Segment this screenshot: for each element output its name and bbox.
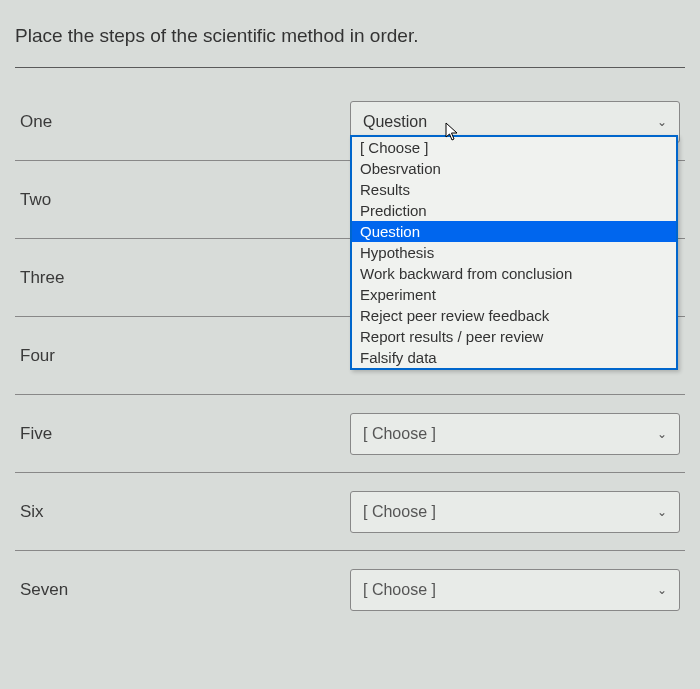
select-seven[interactable]: [ Choose ] ⌄ <box>350 569 680 611</box>
select-seven-value: [ Choose ] <box>363 581 436 599</box>
dropdown-option-choose[interactable]: [ Choose ] <box>352 137 676 158</box>
select-five[interactable]: [ Choose ] ⌄ <box>350 413 680 455</box>
chevron-down-icon: ⌄ <box>657 115 667 129</box>
dropdown-option-work-backward[interactable]: Work backward from conclusion <box>352 263 676 284</box>
row-six: Six [ Choose ] ⌄ <box>15 473 685 551</box>
question-prompt: Place the steps of the scientific method… <box>15 25 685 68</box>
dropdown-option-results[interactable]: Results <box>352 179 676 200</box>
dropdown-list[interactable]: [ Choose ] Obesrvation Results Predictio… <box>350 135 678 370</box>
row-label-four: Four <box>15 346 350 366</box>
row-label-six: Six <box>15 502 350 522</box>
dropdown-option-hypothesis[interactable]: Hypothesis <box>352 242 676 263</box>
row-label-three: Three <box>15 268 350 288</box>
row-seven: Seven [ Choose ] ⌄ <box>15 551 685 629</box>
row-label-two: Two <box>15 190 350 210</box>
row-label-seven: Seven <box>15 580 350 600</box>
chevron-down-icon: ⌄ <box>657 583 667 597</box>
row-five: Five [ Choose ] ⌄ <box>15 395 685 473</box>
select-five-value: [ Choose ] <box>363 425 436 443</box>
dropdown-option-experiment[interactable]: Experiment <box>352 284 676 305</box>
chevron-down-icon: ⌄ <box>657 505 667 519</box>
dropdown-option-report-results[interactable]: Report results / peer review <box>352 326 676 347</box>
dropdown-option-prediction[interactable]: Prediction <box>352 200 676 221</box>
row-one: One Question ⌄ [ Choose ] Obesrvation Re… <box>15 83 685 161</box>
row-label-five: Five <box>15 424 350 444</box>
dropdown-option-reject-feedback[interactable]: Reject peer review feedback <box>352 305 676 326</box>
row-label-one: One <box>15 112 350 132</box>
dropdown-option-question[interactable]: Question <box>352 221 676 242</box>
select-one-value: Question <box>363 113 427 131</box>
chevron-down-icon: ⌄ <box>657 427 667 441</box>
select-six[interactable]: [ Choose ] ⌄ <box>350 491 680 533</box>
select-six-value: [ Choose ] <box>363 503 436 521</box>
dropdown-option-observation[interactable]: Obesrvation <box>352 158 676 179</box>
dropdown-option-falsify[interactable]: Falsify data <box>352 347 676 368</box>
